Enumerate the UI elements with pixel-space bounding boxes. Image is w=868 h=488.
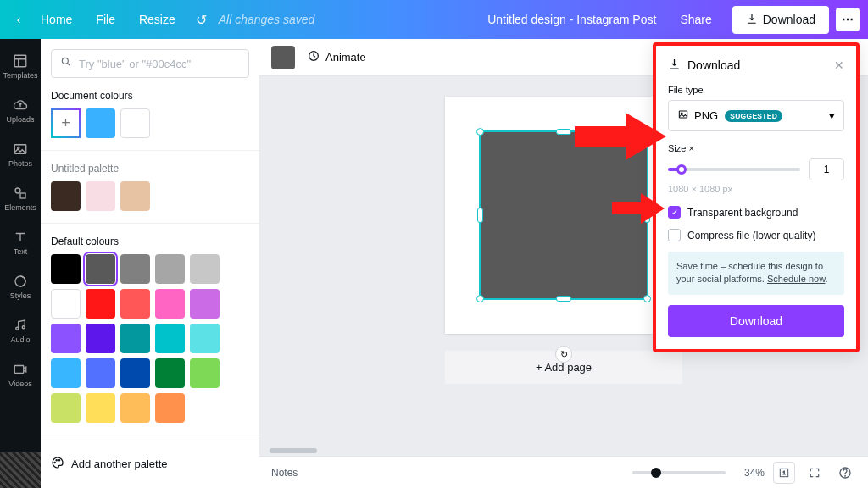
download-cta-button[interactable]: Download xyxy=(668,305,844,337)
zoom-value[interactable]: 34% xyxy=(734,467,765,479)
colour-swatch[interactable] xyxy=(86,254,115,284)
svg-rect-8 xyxy=(14,365,24,373)
fill-colour-chip[interactable] xyxy=(271,46,295,69)
nav-photos[interactable]: Photos xyxy=(0,132,41,176)
zoom-slider[interactable] xyxy=(632,471,726,474)
svg-text:1: 1 xyxy=(782,470,785,475)
save-status: All changes saved xyxy=(219,13,315,26)
undo-button[interactable]: ↺ xyxy=(187,12,215,28)
colour-swatch[interactable] xyxy=(120,289,150,319)
svg-point-6 xyxy=(16,327,19,330)
nav-uploads[interactable]: Uploads xyxy=(0,88,41,132)
topbar: ‹ Home File Resize ↺ All changes saved U… xyxy=(0,0,868,39)
document-title[interactable]: Untitled design - Instagram Post xyxy=(487,13,656,26)
download-button[interactable]: Download xyxy=(732,6,829,34)
rotate-handle[interactable]: ↻ xyxy=(555,346,572,363)
colour-swatch[interactable] xyxy=(86,358,115,388)
resize-handle[interactable] xyxy=(477,208,483,223)
back-button[interactable]: ‹ xyxy=(8,13,29,26)
svg-rect-0 xyxy=(14,55,26,67)
size-input[interactable] xyxy=(809,158,844,180)
resize-handle[interactable] xyxy=(476,295,484,302)
resize-handle[interactable] xyxy=(556,296,571,302)
animate-button[interactable]: Animate xyxy=(307,49,366,65)
help-button[interactable] xyxy=(834,462,856,484)
colour-swatch[interactable] xyxy=(120,324,150,353)
resize-handle[interactable] xyxy=(476,128,484,136)
download-icon xyxy=(746,13,758,27)
download-panel: Download ✕ File type PNG SUGGESTED ▾ Siz… xyxy=(653,42,860,352)
size-slider[interactable] xyxy=(668,168,800,171)
resize-handle[interactable] xyxy=(556,129,571,135)
nav-videos[interactable]: Videos xyxy=(0,352,41,396)
colour-swatch[interactable] xyxy=(155,289,185,319)
checkbox-on-icon: ✓ xyxy=(668,206,681,219)
colour-swatch[interactable] xyxy=(190,358,220,388)
annotation-arrow xyxy=(612,193,665,224)
share-button[interactable]: Share xyxy=(668,13,723,26)
colour-swatch[interactable] xyxy=(86,181,115,211)
resize-handle[interactable] xyxy=(643,295,651,302)
colour-swatch[interactable] xyxy=(51,289,81,319)
colour-swatch[interactable] xyxy=(51,393,81,423)
colour-swatch[interactable] xyxy=(155,358,185,388)
colour-swatch[interactable] xyxy=(155,324,185,353)
file-menu[interactable]: File xyxy=(84,13,127,26)
file-type-label: File type xyxy=(668,85,844,95)
untitled-palette-label: Untitled palette xyxy=(51,163,249,175)
svg-point-11 xyxy=(56,460,57,461)
colour-swatch[interactable] xyxy=(86,393,115,423)
colour-swatch[interactable] xyxy=(51,181,81,211)
colour-swatch[interactable] xyxy=(120,358,150,388)
resize-menu[interactable]: Resize xyxy=(127,13,187,26)
nav-audio[interactable]: Audio xyxy=(0,308,41,352)
color-search-input[interactable] xyxy=(79,58,240,70)
transparent-bg-checkbox[interactable]: ✓ Transparent background xyxy=(668,206,844,219)
colour-swatch[interactable] xyxy=(155,254,185,284)
file-icon xyxy=(677,108,689,123)
animate-icon xyxy=(307,49,320,65)
home-link[interactable]: Home xyxy=(29,13,84,26)
svg-rect-18 xyxy=(679,111,687,118)
fullscreen-button[interactable] xyxy=(804,462,826,484)
colour-swatch[interactable] xyxy=(51,358,81,388)
colour-swatch[interactable] xyxy=(120,393,150,423)
add-palette-button[interactable]: Add another palette xyxy=(51,447,249,480)
size-label: Size × xyxy=(668,143,844,153)
more-button[interactable]: ⋯ xyxy=(836,8,860,31)
colour-swatch[interactable] xyxy=(190,324,220,353)
search-icon xyxy=(60,56,72,71)
colour-swatch[interactable] xyxy=(120,181,150,211)
add-colour-button[interactable]: + xyxy=(51,108,81,138)
colour-swatch[interactable] xyxy=(120,254,150,284)
hscroll[interactable] xyxy=(259,446,868,456)
colour-swatch[interactable] xyxy=(86,289,115,319)
schedule-tip: Save time – schedule this design to your… xyxy=(668,252,844,295)
nav-elements[interactable]: Elements xyxy=(0,176,41,220)
colour-swatch[interactable] xyxy=(86,108,115,138)
colour-swatch[interactable] xyxy=(120,108,150,138)
nav-text[interactable]: Text xyxy=(0,220,41,264)
nav-templates[interactable]: Templates xyxy=(0,44,41,88)
colour-swatch[interactable] xyxy=(86,324,115,353)
colour-swatch[interactable] xyxy=(155,393,185,423)
file-type-select[interactable]: PNG SUGGESTED ▾ xyxy=(668,100,844,131)
compress-checkbox[interactable]: Compress file (lower quality) xyxy=(668,229,844,241)
nav-more[interactable] xyxy=(0,452,41,488)
colour-swatch[interactable] xyxy=(51,254,81,284)
nav-styles[interactable]: Styles xyxy=(0,264,41,308)
colour-swatch[interactable] xyxy=(51,324,81,353)
download-icon xyxy=(668,58,681,73)
doc-colours-label: Document colours xyxy=(51,90,249,102)
color-panel: Document colours + Untitled palette Defa… xyxy=(41,39,259,488)
svg-rect-4 xyxy=(20,193,25,198)
notes-button[interactable]: Notes xyxy=(271,467,624,479)
svg-marker-20 xyxy=(575,113,666,160)
schedule-now-link[interactable]: Schedule now xyxy=(767,274,826,284)
page-view-button[interactable]: 1 xyxy=(773,462,795,484)
close-icon[interactable]: ✕ xyxy=(834,58,844,72)
colour-swatch[interactable] xyxy=(190,289,220,319)
color-search[interactable] xyxy=(51,49,249,78)
colour-swatch[interactable] xyxy=(190,254,220,284)
dimensions-text: 1080 × 1080 px xyxy=(668,184,844,194)
